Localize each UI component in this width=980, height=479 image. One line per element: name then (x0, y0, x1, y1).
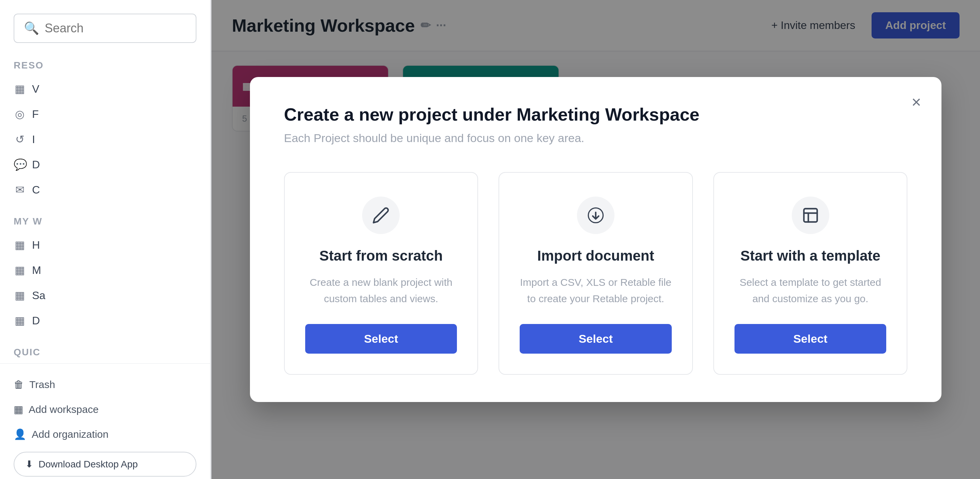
trash-label: Trash (29, 379, 55, 390)
sidebar-s-icon: ▦ (14, 289, 26, 302)
sidebar-item-c[interactable]: ✉ C (0, 177, 210, 202)
add-organization-item[interactable]: 👤 Add organization (14, 423, 196, 445)
sidebar-f-label: F (32, 108, 39, 121)
modal-card-import: Import document Import a CSV, XLS or Ret… (498, 172, 693, 375)
select-template-button[interactable]: Select (735, 324, 886, 354)
modal-card-template: Start with a template Select a template … (713, 172, 908, 375)
add-workspace-icon: ▦ (14, 403, 23, 415)
quick-section-label: QUIC (0, 347, 210, 358)
sidebar-c-label: C (32, 184, 40, 196)
sidebar-s-label: Sa (32, 289, 45, 302)
sidebar-d-label: D (32, 159, 40, 171)
sidebar-item-d2[interactable]: ▦ D (0, 308, 210, 333)
sidebar-d2-icon: ▦ (14, 314, 26, 327)
select-scratch-button[interactable]: Select (305, 324, 457, 354)
create-project-modal: × Create a new project under Marketing W… (250, 77, 942, 402)
sidebar-item-i[interactable]: ↺ I (0, 127, 210, 152)
resources-section-label: RESO (0, 60, 210, 71)
modal-overlay[interactable]: × Create a new project under Marketing W… (212, 0, 980, 479)
sidebar-item-v[interactable]: ▦ V (0, 76, 210, 102)
modal-subtitle: Each Project should be unique and focus … (284, 132, 908, 145)
sidebar-bottom: 🗑 Trash ▦ Add workspace 👤 Add organizati… (0, 363, 210, 479)
sidebar-v-icon: ▦ (14, 82, 26, 95)
scratch-card-title: Start from scratch (320, 248, 443, 264)
trash-item[interactable]: 🗑 Trash (14, 374, 196, 395)
scratch-icon-container (362, 197, 399, 234)
search-bar[interactable]: 🔍 (14, 14, 196, 43)
sidebar-m-icon: ▦ (14, 264, 26, 277)
trash-icon: 🗑 (14, 379, 24, 390)
sidebar-f-icon: ◎ (14, 108, 26, 121)
download-icon (587, 206, 605, 224)
main-area: Marketing Workspace ✏ ··· + Invite membe… (212, 0, 980, 479)
add-organization-icon: 👤 (14, 428, 26, 440)
add-workspace-item[interactable]: ▦ Add workspace (14, 399, 196, 420)
sidebar-item-d[interactable]: 💬 D (0, 152, 210, 177)
add-workspace-label: Add workspace (29, 404, 99, 415)
sidebar-h-icon: ▦ (14, 238, 26, 251)
add-organization-label: Add organization (32, 428, 108, 440)
sidebar-h-label: H (32, 239, 40, 251)
sidebar-d-icon: 💬 (14, 158, 26, 171)
modal-cards-container: Start from scratch Create a new blank pr… (284, 172, 908, 375)
import-card-desc: Import a CSV, XLS or Retable file to cre… (520, 274, 672, 307)
sidebar-d2-label: D (32, 314, 40, 327)
sidebar-item-s[interactable]: ▦ Sa (0, 283, 210, 308)
download-icon: ⬇ (25, 458, 33, 470)
sidebar-v-label: V (32, 83, 39, 95)
scratch-card-desc: Create a new blank project with custom t… (305, 274, 457, 307)
template-icon (802, 206, 819, 224)
sidebar-i-icon: ↺ (14, 133, 26, 146)
sidebar-item-m[interactable]: ▦ M (0, 257, 210, 283)
download-label: Download Desktop App (38, 459, 138, 470)
select-import-button[interactable]: Select (520, 324, 672, 354)
download-desktop-button[interactable]: ⬇ Download Desktop App (14, 452, 196, 477)
template-card-desc: Select a template to get started and cus… (735, 274, 886, 307)
sidebar-i-label: I (32, 133, 35, 146)
modal-card-scratch: Start from scratch Create a new blank pr… (284, 172, 479, 375)
search-icon: 🔍 (24, 21, 39, 35)
my-workspaces-section-label: MY W (0, 216, 210, 227)
sidebar-item-f[interactable]: ◎ F (0, 102, 210, 127)
import-icon-container (577, 197, 614, 234)
sidebar-m-label: M (32, 264, 41, 277)
modal-close-button[interactable]: × (912, 94, 921, 110)
template-icon-container (792, 197, 829, 234)
app-layout: 🔍 RESO ▦ V ◎ F ↺ I 💬 D ✉ C MY W ▦ H (0, 0, 980, 479)
svg-rect-1 (804, 209, 817, 222)
search-input[interactable] (45, 21, 186, 35)
import-card-title: Import document (538, 248, 654, 264)
sidebar-c-icon: ✉ (14, 183, 26, 196)
pencil-icon (372, 206, 390, 224)
modal-title: Create a new project under Marketing Wor… (284, 104, 908, 125)
sidebar: 🔍 RESO ▦ V ◎ F ↺ I 💬 D ✉ C MY W ▦ H (0, 0, 212, 479)
template-card-title: Start with a template (740, 248, 880, 264)
sidebar-item-h[interactable]: ▦ H (0, 232, 210, 257)
